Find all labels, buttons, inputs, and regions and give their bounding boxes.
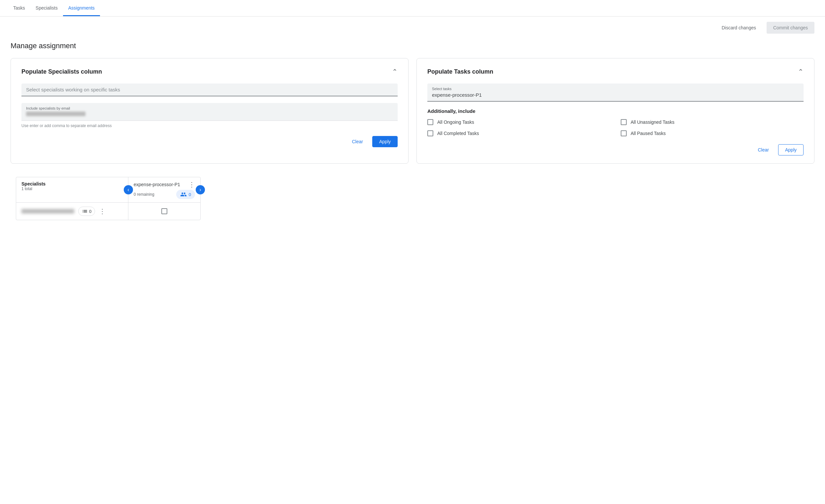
task-header-bottom: 0 remaining 0 — [134, 189, 195, 199]
task-header-top: expense-processor-P1 ⋮ — [134, 181, 195, 189]
specialists-col-title: Specialists — [21, 181, 123, 187]
tasks-panel: Populate Tasks column ⌃ Select tasks exp… — [417, 58, 814, 164]
nav-arrow-right[interactable]: › — [196, 185, 205, 195]
table-cell-task — [128, 203, 200, 220]
tab-specialists[interactable]: Specialists — [30, 1, 63, 16]
task-column-name: expense-processor-P1 — [134, 182, 189, 187]
checkbox-completed-box[interactable] — [427, 130, 433, 136]
list-icon — [82, 208, 88, 214]
specialist-name — [21, 209, 74, 214]
checkbox-paused-box[interactable] — [621, 130, 627, 136]
page-title: Manage assignment — [0, 39, 825, 58]
tasks-panel-header: Populate Tasks column ⌃ — [427, 68, 804, 76]
email-input-value — [26, 112, 85, 116]
checkboxes-grid: All Ongoing Tasks All Unassigned Tasks A… — [427, 119, 804, 136]
email-input-label: Include specialists by email — [26, 106, 393, 110]
toolbar: Discard changes Commit changes — [0, 16, 825, 39]
tasks-panel-chevron-icon[interactable]: ⌃ — [798, 68, 804, 76]
assignment-table: Specialists 1 total ‹ expense-processor-… — [16, 177, 201, 220]
specialists-panel-title: Populate Specialists column — [21, 68, 102, 75]
table-row: 0 ⋮ — [16, 203, 200, 220]
task-remaining-text: 0 remaining — [134, 192, 154, 197]
checkbox-unassigned-label: All Unassigned Tasks — [630, 120, 675, 125]
table-header-specialists: Specialists 1 total — [16, 177, 128, 202]
panels-row: Populate Specialists column ⌃ Select spe… — [11, 58, 814, 164]
table-header-task: ‹ expense-processor-P1 ⋮ 0 remaining — [128, 177, 200, 202]
tasks-select-label: Select tasks — [432, 87, 799, 91]
tasks-panel-title: Populate Tasks column — [427, 68, 493, 75]
task-badge: 0 — [176, 190, 195, 199]
tasks-clear-button[interactable]: Clear — [754, 145, 773, 155]
checkbox-unassigned[interactable]: All Unassigned Tasks — [621, 119, 804, 125]
specialists-select-input[interactable]: Select specialists working on specific t… — [21, 83, 398, 96]
checkbox-ongoing-box[interactable] — [427, 119, 433, 125]
main-content: Populate Specialists column ⌃ Select spe… — [0, 58, 825, 231]
task-menu-icon[interactable]: ⋮ — [189, 181, 195, 189]
tasks-apply-button[interactable]: Apply — [778, 144, 804, 155]
top-nav: Tasks Specialists Assignments — [0, 0, 825, 16]
table-checkbox[interactable] — [161, 208, 167, 214]
additionally-label: Additionally, include — [427, 108, 804, 114]
specialist-badge: 0 — [78, 207, 95, 216]
commit-button[interactable]: Commit changes — [767, 22, 814, 34]
tasks-panel-footer: Clear Apply — [427, 144, 804, 155]
specialists-panel-header: Populate Specialists column ⌃ — [21, 68, 398, 76]
email-input-container[interactable]: Include specialists by email — [21, 103, 398, 121]
table-cell-specialist: 0 ⋮ — [16, 203, 128, 220]
task-header-wrapper: expense-processor-P1 ⋮ 0 remaining 0 — [134, 181, 195, 199]
checkbox-paused[interactable]: All Paused Tasks — [621, 130, 804, 136]
specialists-col-subtitle: 1 total — [21, 187, 123, 191]
specialists-panel-chevron-icon[interactable]: ⌃ — [392, 68, 398, 76]
specialists-clear-button[interactable]: Clear — [348, 136, 367, 147]
specialists-panel: Populate Specialists column ⌃ Select spe… — [11, 58, 408, 164]
email-hint-text: Use enter or add comma to separate email… — [21, 124, 398, 128]
tab-assignments[interactable]: Assignments — [63, 1, 100, 16]
task-badge-count: 0 — [189, 192, 191, 197]
checkbox-completed[interactable]: All Completed Tasks — [427, 130, 610, 136]
tasks-select-value: expense-processor-P1 — [432, 92, 799, 98]
table-header-row: Specialists 1 total ‹ expense-processor-… — [16, 177, 200, 203]
table-wrapper: Specialists 1 total ‹ expense-processor-… — [16, 177, 201, 220]
checkbox-completed-label: All Completed Tasks — [437, 131, 479, 136]
specialist-badge-count: 0 — [89, 209, 91, 214]
specialists-panel-footer: Clear Apply — [21, 136, 398, 147]
checkbox-paused-label: All Paused Tasks — [630, 131, 666, 136]
tab-tasks[interactable]: Tasks — [8, 1, 30, 16]
checkbox-ongoing-label: All Ongoing Tasks — [437, 120, 474, 125]
tasks-select-input[interactable]: Select tasks expense-processor-P1 — [427, 83, 804, 102]
checkbox-ongoing[interactable]: All Ongoing Tasks — [427, 119, 610, 125]
discard-button[interactable]: Discard changes — [717, 22, 761, 33]
nav-arrow-left[interactable]: ‹ — [124, 185, 133, 195]
specialist-menu-icon[interactable]: ⋮ — [99, 207, 105, 215]
people-icon — [180, 191, 187, 198]
checkbox-unassigned-box[interactable] — [621, 119, 627, 125]
specialists-apply-button[interactable]: Apply — [372, 136, 398, 147]
specialists-select-placeholder: Select specialists working on specific t… — [26, 87, 393, 92]
